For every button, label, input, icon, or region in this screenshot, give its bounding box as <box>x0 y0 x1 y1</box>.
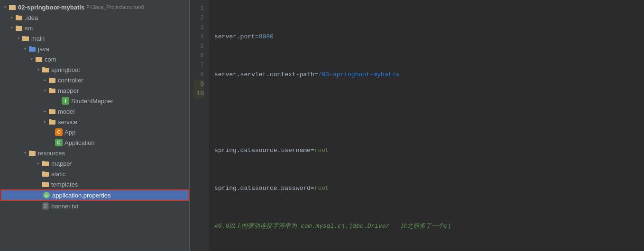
src-label: src <box>25 25 33 32</box>
tree-item-app[interactable]: C App <box>0 127 189 137</box>
arrow-java <box>22 46 28 52</box>
svg-rect-18 <box>49 88 52 90</box>
code-editor: 1 2 3 4 5 6 7 8 9 10 server.port=8080 se… <box>190 0 644 251</box>
tree-item-com[interactable]: com <box>0 54 189 64</box>
templates-label: templates <box>51 181 78 188</box>
l5-eq: = <box>311 185 314 192</box>
svg-rect-12 <box>36 57 38 58</box>
svg-rect-8 <box>22 36 25 37</box>
l4-val: root <box>314 147 329 154</box>
folder-icon-java <box>28 45 36 53</box>
line-num-6: 6 <box>193 51 204 61</box>
tree-item-src[interactable]: src <box>0 23 189 33</box>
tree-item-banner[interactable]: banner.txt <box>0 201 189 211</box>
svg-rect-6 <box>16 26 18 27</box>
tree-item-static[interactable]: static <box>0 169 189 179</box>
folder-icon-mapper-resources <box>42 160 49 167</box>
tree-item-mapper[interactable]: mapper <box>0 85 189 96</box>
line-num-3: 3 <box>193 23 204 32</box>
code-line-4: spring.datasource.username=root <box>214 146 638 155</box>
svg-rect-4 <box>16 15 18 17</box>
tree-item-springboot[interactable]: springboot <box>0 64 189 75</box>
code-content[interactable]: server.port=8080 server.servlet.context-… <box>209 0 644 251</box>
line-num-8: 8 <box>193 70 204 80</box>
tree-item-root[interactable]: 02-springboot-mybatis F:\Java_Project\co… <box>0 2 189 12</box>
arrow-springboot <box>35 67 42 72</box>
l6-comment: #6.0以上的驱动连接字符串为 com.mysql.cj.jdbc.Driver… <box>214 223 451 230</box>
arrow-mapper <box>42 88 48 93</box>
class-icon-app: C <box>55 128 63 136</box>
tree-item-idea[interactable]: .idea <box>0 12 189 23</box>
tree-item-templates[interactable]: templates <box>0 179 189 189</box>
svg-rect-28 <box>42 171 45 173</box>
svg-rect-26 <box>42 161 45 162</box>
svg-rect-24 <box>29 151 32 152</box>
interface-icon-studentmapper: I <box>62 97 69 105</box>
line-num-10: 10 <box>193 89 204 99</box>
folder-icon-controller <box>48 76 56 84</box>
l4-eq: = <box>311 147 314 154</box>
app-label: App <box>64 129 75 136</box>
l1-val: 8080 <box>259 33 274 40</box>
folder-icon-static <box>42 170 49 178</box>
tree-item-model[interactable]: model <box>0 106 189 117</box>
arrow-root <box>2 4 9 10</box>
tree-item-controller[interactable]: controller <box>0 75 189 85</box>
arrow-mapper-resources <box>35 161 42 166</box>
folder-icon-root <box>9 3 16 11</box>
model-label: model <box>58 108 74 115</box>
tree-item-studentmapper[interactable]: I StudentMapper <box>0 96 189 106</box>
folder-icon-src <box>15 24 23 32</box>
tree-item-resources[interactable]: resources <box>0 148 189 158</box>
properties-icon: ⚙ <box>43 191 50 199</box>
application-properties-label: application.properties <box>52 192 111 199</box>
tree-item-main[interactable]: main <box>0 33 189 44</box>
folder-icon-com <box>35 55 43 63</box>
arrow-controller <box>42 77 48 83</box>
l1-key: server.port <box>214 33 255 40</box>
l4-key: spring.datasource.username <box>214 147 311 154</box>
svg-rect-22 <box>49 119 52 121</box>
tree-item-mapper-resources[interactable]: mapper <box>0 158 189 169</box>
root-label: 02-springboot-mybatis <box>18 4 84 11</box>
arrow-resources <box>22 150 28 156</box>
line-num-2: 2 <box>193 13 204 23</box>
tree-item-application-properties[interactable]: ⚙ application.properties <box>1 190 188 200</box>
svg-rect-2 <box>9 5 12 6</box>
mapper-resources-label: mapper <box>51 160 72 167</box>
line-num-9: 9 <box>193 80 204 89</box>
line-num-1: 1 <box>193 4 204 13</box>
l5-key: spring.datasource.password <box>214 185 311 192</box>
static-label: static <box>51 170 65 178</box>
svg-rect-1 <box>9 6 16 10</box>
main-label: main <box>31 35 45 42</box>
tree-item-service[interactable]: service <box>0 117 189 127</box>
tree-item-java[interactable]: java <box>0 44 189 54</box>
l5-val: root <box>314 185 329 192</box>
arrow-model <box>42 108 48 114</box>
idea-label: .idea <box>25 14 38 21</box>
resources-label: resources <box>38 150 65 157</box>
service-label: service <box>58 118 77 126</box>
arrow-src <box>9 25 15 31</box>
class-icon-application: C <box>55 139 63 146</box>
line-num-4: 4 <box>193 32 204 42</box>
folder-icon-idea <box>15 14 23 21</box>
code-line-2: server.servlet.context-path=/03-springbo… <box>214 70 638 80</box>
line-num-5: 5 <box>193 42 204 51</box>
banner-label: banner.txt <box>51 203 78 210</box>
code-line-1: server.port=8080 <box>214 32 638 42</box>
folder-icon-resources <box>28 149 36 157</box>
svg-rect-16 <box>49 78 52 79</box>
springboot-label: springboot <box>51 66 80 73</box>
arrow-main <box>15 36 22 41</box>
com-label: com <box>45 56 56 63</box>
code-line-5: spring.datasource.password=root <box>214 184 638 193</box>
svg-rect-14 <box>42 67 45 69</box>
folder-icon-templates <box>42 180 49 188</box>
file-tree[interactable]: 02-springboot-mybatis F:\Java_Project\co… <box>0 0 190 251</box>
tree-item-application[interactable]: C Application <box>0 137 189 148</box>
java-label: java <box>38 45 49 53</box>
svg-rect-30 <box>42 182 45 183</box>
svg-text:⚙: ⚙ <box>45 194 48 198</box>
